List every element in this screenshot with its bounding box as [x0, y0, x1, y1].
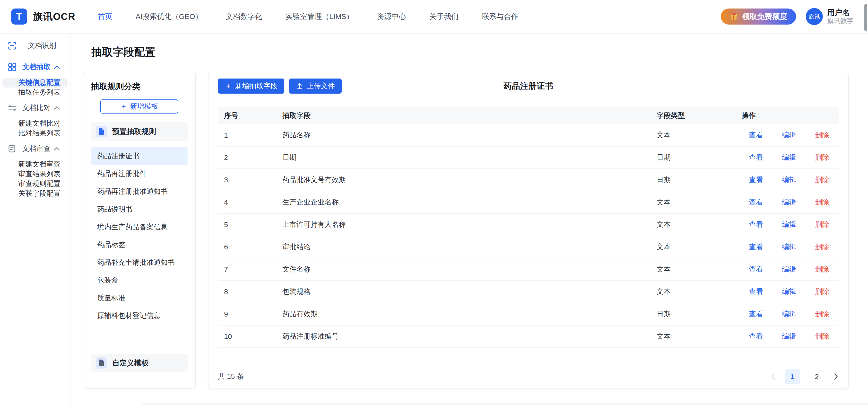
view-link[interactable]: 查看: [749, 287, 763, 297]
page-number-2[interactable]: 2: [809, 369, 825, 384]
rule-item[interactable]: 药品注册证书: [91, 147, 188, 165]
rule-item[interactable]: 包装盒: [91, 271, 188, 289]
column-header-no: 序号: [218, 111, 282, 121]
sidebar-item-review-result-list[interactable]: 审查结果列表: [0, 169, 70, 179]
rule-item[interactable]: 境内生产药品备案信息: [91, 218, 188, 236]
nav-item-home[interactable]: 首页: [98, 12, 112, 22]
sidebar-item-doc-extraction[interactable]: 文档抽取: [0, 56, 70, 78]
edit-link[interactable]: 编辑: [782, 153, 796, 163]
sidebar-item-doc-recognition[interactable]: 文档识别: [0, 35, 70, 56]
add-extraction-field-button[interactable]: ＋ 新增抽取字段: [218, 79, 284, 94]
sidebar-item-doc-review[interactable]: 文档审查: [0, 138, 70, 160]
delete-link[interactable]: 删除: [815, 175, 829, 185]
rule-item[interactable]: 药品补充申请批准通知书: [91, 254, 188, 271]
sidebar-item-extraction-task-list[interactable]: 抽取任务列表: [0, 88, 70, 97]
edit-link[interactable]: 编辑: [782, 309, 796, 319]
cell-actions: 查看 编辑 删除: [742, 331, 839, 341]
plus-icon: ＋: [120, 102, 127, 111]
delete-link[interactable]: 删除: [815, 242, 829, 252]
cell-no: 1: [218, 131, 282, 139]
view-link[interactable]: 查看: [749, 264, 763, 274]
table-row: 5 上市许可持有人名称 文本 查看 编辑 删除: [218, 214, 839, 236]
delete-link[interactable]: 删除: [815, 264, 829, 274]
view-link[interactable]: 查看: [749, 242, 763, 252]
custom-template-group-header[interactable]: 自定义模板: [91, 354, 188, 372]
custom-template-group-label: 自定义模板: [112, 358, 149, 368]
next-page-icon[interactable]: [833, 373, 839, 380]
sidebar-item-doc-compare[interactable]: 文档比对: [0, 97, 70, 119]
delete-link[interactable]: 删除: [815, 153, 829, 163]
cell-actions: 查看 编辑 删除: [742, 242, 839, 252]
view-link[interactable]: 查看: [749, 220, 763, 230]
sidebar-item-label: 文档审查: [22, 144, 51, 154]
page-number-1[interactable]: 1: [785, 369, 800, 384]
sidebar-item-label: 审查规则配置: [18, 180, 61, 187]
edit-link[interactable]: 编辑: [782, 175, 796, 185]
rule-item[interactable]: 药品标签: [91, 236, 188, 254]
preset-rules-group-header[interactable]: 预置抽取规则: [91, 122, 188, 141]
prev-page-icon[interactable]: [771, 373, 776, 380]
nav-item-lims[interactable]: 实验室管理（LIMS）: [285, 12, 353, 22]
cell-field: 药品名称: [282, 130, 657, 140]
top-nav: 首页 AI搜索优化（GEO） 文档数字化 实验室管理（LIMS） 资源中心 关于…: [98, 12, 518, 22]
cell-no: 7: [218, 265, 282, 273]
sidebar-item-compare-result-list[interactable]: 比对结果列表: [0, 128, 70, 138]
delete-link[interactable]: 删除: [815, 331, 829, 341]
delete-link[interactable]: 删除: [815, 197, 829, 207]
cell-field: 包装规格: [282, 287, 657, 297]
sidebar-item-review-rule-config[interactable]: 审查规则配置: [0, 179, 70, 188]
add-template-button[interactable]: ＋ 新增模板: [100, 99, 178, 114]
table-row: 9 药品有效期 日期 查看 编辑 删除: [218, 303, 839, 325]
free-quota-button[interactable]: 领取免费额度: [721, 8, 796, 25]
plus-icon: ＋: [225, 81, 232, 91]
edit-link[interactable]: 编辑: [782, 220, 796, 230]
edit-link[interactable]: 编辑: [782, 130, 796, 140]
document-icon: [96, 357, 107, 369]
edit-link[interactable]: 编辑: [782, 197, 796, 207]
view-link[interactable]: 查看: [749, 175, 763, 185]
sidebar-item-new-doc-review[interactable]: 新建文档审查: [0, 160, 70, 169]
nav-item-resources[interactable]: 资源中心: [377, 12, 406, 22]
edit-link[interactable]: 编辑: [782, 264, 796, 274]
view-link[interactable]: 查看: [749, 331, 763, 341]
table-row: 3 药品批准文号有效期 日期 查看 编辑 删除: [218, 169, 839, 191]
delete-link[interactable]: 删除: [815, 287, 829, 297]
upload-file-button[interactable]: 上传文件: [289, 79, 342, 94]
user-name: 用户名: [827, 8, 854, 17]
view-link[interactable]: 查看: [749, 153, 763, 163]
brand-name: 旗讯OCR: [33, 10, 75, 23]
nav-item-geo[interactable]: AI搜索优化（GEO）: [135, 12, 203, 22]
cell-actions: 查看 编辑 删除: [742, 175, 839, 185]
table-row: 7 文件名称 文本 查看 编辑 删除: [218, 258, 839, 281]
nav-item-contact[interactable]: 联系与合作: [482, 12, 518, 22]
nav-item-about[interactable]: 关于我们: [429, 12, 459, 22]
cell-field: 日期: [282, 153, 657, 163]
delete-link[interactable]: 删除: [815, 309, 829, 319]
page-scrollbar-thumb[interactable]: [864, 4, 867, 31]
edit-link[interactable]: 编辑: [782, 287, 796, 297]
nav-item-digitization[interactable]: 文档数字化: [226, 12, 262, 22]
view-link[interactable]: 查看: [749, 130, 763, 140]
sidebar-item-new-doc-compare[interactable]: 新建文档比对: [0, 119, 70, 128]
avatar[interactable]: 旗讯: [806, 8, 823, 25]
edit-link[interactable]: 编辑: [782, 242, 796, 252]
delete-link[interactable]: 删除: [815, 130, 829, 140]
total-count: 共 15 条: [218, 372, 244, 381]
view-link[interactable]: 查看: [749, 197, 763, 207]
scan-frame-icon: [8, 41, 17, 50]
rule-item[interactable]: 药品再注册批件: [91, 165, 188, 182]
edit-link[interactable]: 编辑: [782, 331, 796, 341]
delete-link[interactable]: 删除: [815, 220, 829, 230]
logo[interactable]: T 旗讯OCR: [11, 8, 75, 25]
rule-item[interactable]: 药品说明书: [91, 200, 188, 218]
sidebar-item-key-info-config[interactable]: 关键信息配置: [2, 78, 67, 88]
rule-item[interactable]: 质量标准: [91, 289, 188, 307]
table-row: 1 药品名称 文本 查看 编辑 删除: [218, 124, 839, 147]
rule-item[interactable]: 药品再注册批准通知书: [91, 182, 188, 200]
view-link[interactable]: 查看: [749, 309, 763, 319]
cell-actions: 查看 编辑 删除: [742, 309, 839, 319]
rule-item[interactable]: 原辅料包材登记信息: [91, 307, 188, 324]
rule-item-label: 境内生产药品备案信息: [97, 222, 168, 232]
sidebar-item-label: 关联字段配置: [18, 190, 61, 197]
sidebar-item-linked-field-config[interactable]: 关联字段配置: [0, 188, 70, 198]
